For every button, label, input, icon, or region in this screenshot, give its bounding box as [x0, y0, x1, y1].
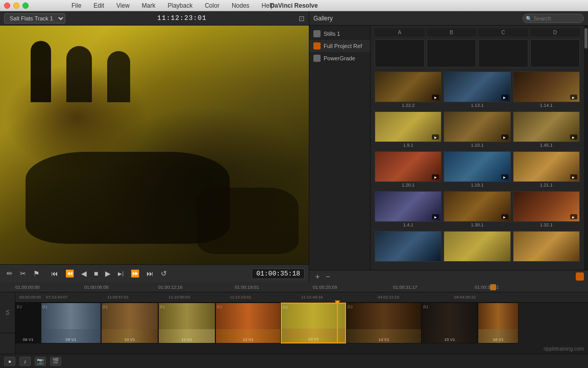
clips-container: (L) 08 V1 (L) 09 V1 (L) 10 V1	[15, 303, 588, 343]
thumb-label-6: 1.45.1	[513, 142, 580, 148]
thumb-item-2[interactable]: 1.13.1	[444, 72, 510, 108]
clip-14-llabel: (L)	[348, 304, 353, 309]
thumb-img-9	[513, 151, 580, 182]
fullprojectref-icon	[313, 42, 321, 50]
thumb-item-4[interactable]: 1.9.1	[375, 111, 442, 148]
menu-edit[interactable]: Edit	[91, 2, 106, 10]
clip-16[interactable]: 16 V1	[478, 303, 519, 343]
thumb-item-13[interactable]	[375, 231, 442, 263]
sidebar-fullprojectref-label: Full Project Ref	[324, 43, 362, 49]
maximize-button[interactable]	[22, 3, 29, 9]
thumb-play-7	[432, 174, 439, 179]
clip-08[interactable]: (L) 08 V1	[15, 303, 41, 343]
gallery-grid-area[interactable]: A B C D	[371, 26, 584, 270]
thumb-img-13	[375, 231, 442, 262]
thumb-label-3: 1.14.1	[513, 102, 580, 108]
timeline-section: 01:00:00:00 01:00:06:08 01:00:12:16 01:0…	[0, 282, 588, 368]
thumb-item-3[interactable]: 1.14.1	[513, 72, 580, 108]
track-selector[interactable]: Salt Flats Track 1	[4, 13, 65, 24]
menu-color[interactable]: Color	[203, 2, 222, 10]
step-back-button[interactable]: ⏪	[63, 268, 77, 279]
skip-start-button[interactable]: ⏮	[48, 268, 61, 279]
thumb-label-13	[375, 262, 442, 263]
menu-view[interactable]: View	[114, 2, 132, 10]
track-content[interactable]: 00:00:00:00 07:13:44:07 11:09:57:01 11:1…	[15, 292, 588, 354]
skip-end-button[interactable]: ⏭	[144, 268, 156, 279]
clip-10[interactable]: (L) 10 V1	[101, 303, 158, 343]
sidebar-item-fullprojectref[interactable]: Full Project Ref	[309, 40, 370, 52]
minimize-button[interactable]	[13, 3, 19, 9]
thumb-play-5	[501, 134, 508, 140]
search-icon: 🔍	[526, 15, 532, 21]
ruler-time-1: 01:00:06:08	[84, 285, 109, 290]
thumb-item-10[interactable]: 1.4.1	[375, 191, 442, 228]
loop-button[interactable]: ↺	[158, 268, 169, 279]
clip-09[interactable]: (L) 09 V1	[41, 303, 101, 343]
clip-12[interactable]: (L) 12 V1	[215, 303, 281, 343]
thumb-img-12	[513, 191, 580, 222]
play-button[interactable]: ▶	[103, 268, 113, 279]
thumb-item-7[interactable]: 1.20.1	[375, 151, 442, 188]
playhead-timecode: 01:00:35:18	[252, 268, 305, 279]
record-button[interactable]: ●	[4, 357, 15, 366]
thumb-img-7	[375, 151, 442, 182]
viewer-panel: Salt Flats Track 1 11:12:23:01 ⊡ ✏	[0, 11, 309, 282]
frame-back-button[interactable]: ◀	[79, 268, 89, 279]
menu-nodes[interactable]: Nodes	[230, 2, 252, 10]
video-button[interactable]: 🎬	[50, 357, 61, 366]
close-button[interactable]	[4, 3, 10, 9]
thumb-item-14[interactable]	[444, 231, 510, 263]
clip-14-label: 14 V1	[348, 337, 420, 342]
cut-tool-button[interactable]: ✂	[17, 268, 29, 279]
sidebar-item-stills[interactable]: Stills 1	[309, 28, 370, 40]
window-controls[interactable]	[4, 3, 29, 9]
clip-13[interactable]: (L) 13 V1	[281, 303, 346, 343]
thumb-play-11	[501, 214, 508, 219]
thumb-label-11: 1.30.1	[444, 222, 510, 228]
gallery-search-input[interactable]	[523, 14, 584, 23]
menu-mark[interactable]: Mark	[140, 2, 158, 10]
thumb-play-10	[432, 214, 439, 219]
empty-cell-d	[530, 39, 580, 67]
thumb-item-1[interactable]: 1.22.2	[375, 72, 442, 108]
ruler-time-3: 01:00:19:01	[235, 285, 259, 290]
clip-14[interactable]: (L) 14 V1	[346, 303, 422, 343]
camera-button[interactable]: 📷	[35, 357, 46, 366]
clip-15[interactable]: (L) 15 V1	[422, 303, 478, 343]
thumb-play-3	[570, 95, 577, 100]
search-wrapper: 🔍	[523, 14, 584, 23]
thumb-item-9[interactable]: 1.21.1	[513, 151, 580, 188]
clip-11[interactable]: (L) 11 V1	[158, 303, 215, 343]
pencil-tool-button[interactable]: ✏	[4, 268, 15, 279]
thumb-item-12[interactable]: 1.32.1	[513, 191, 580, 228]
stop-button[interactable]: ■	[91, 268, 101, 279]
gallery-scrollbar-thumb[interactable]	[584, 28, 587, 49]
flag-tool-button[interactable]: ⚑	[31, 268, 42, 279]
gallery-bottom-toolbar: + −	[309, 270, 588, 282]
step-forward-button[interactable]: ⏩	[128, 268, 142, 279]
timecode-display: 11:12:23:01	[157, 14, 207, 22]
col-header-c: C	[478, 29, 528, 36]
gallery-color-icon[interactable]	[576, 272, 584, 281]
thumb-item-15[interactable]	[513, 231, 580, 263]
sidebar-item-powergrade[interactable]: PowerGrade	[309, 52, 370, 64]
menu-playback[interactable]: Playback	[166, 2, 195, 10]
gallery-remove-button[interactable]: −	[324, 271, 332, 282]
thumb-item-5[interactable]: 1.10.1	[444, 111, 510, 148]
audio-button[interactable]: ♪	[19, 357, 31, 366]
menu-file[interactable]: File	[69, 2, 83, 10]
frame-forward-button[interactable]: ▶|	[115, 269, 126, 278]
thumb-item-11[interactable]: 1.30.1	[444, 191, 510, 228]
thumb-img-2	[444, 72, 510, 102]
empty-top-row	[373, 38, 582, 68]
thumb-item-6[interactable]: 1.45.1	[513, 111, 580, 148]
thumb-item-8[interactable]: 1.19.1	[444, 151, 510, 188]
title-bar: File Edit View Mark Playback Color Nodes…	[0, 0, 588, 11]
thumb-label-10: 1.4.1	[375, 222, 442, 228]
thumb-img-14	[444, 231, 510, 262]
gallery-scrollbar[interactable]	[584, 26, 588, 270]
gallery-add-button[interactable]: +	[313, 271, 322, 282]
gallery-content: Stills 1 Full Project Ref PowerGrade	[309, 26, 588, 270]
thumb-img-8	[444, 151, 510, 182]
thumb-play-6	[570, 134, 577, 140]
